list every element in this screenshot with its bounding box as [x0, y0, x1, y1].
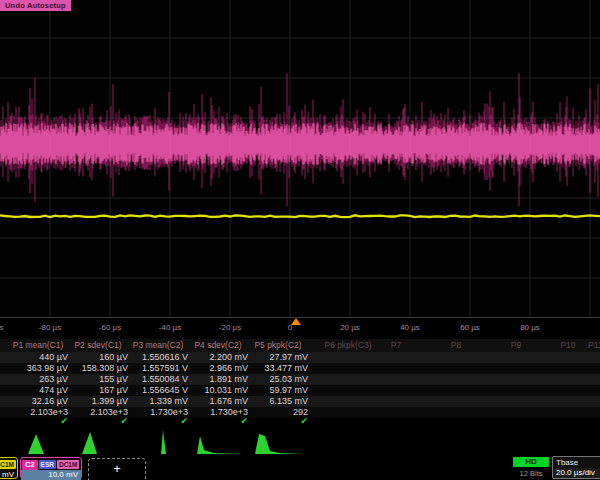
- c2-vertical-scale: 10.0 mV: [21, 470, 81, 480]
- param-value: 158.308 µV: [68, 363, 130, 374]
- time-axis-label: -40 µs: [159, 323, 181, 332]
- channel-descriptor-c1[interactable]: DC1M 10.0 mV: [0, 457, 18, 479]
- table-row: 263 µV155 µV1.550084 V1.891 mV25.03 mV: [0, 374, 600, 385]
- status-row: ✔✔✔✔✔: [0, 418, 600, 428]
- param-header-p3[interactable]: P3 mean(C2): [128, 340, 188, 350]
- param-header-inactive[interactable]: P8: [430, 340, 482, 350]
- add-trace-button[interactable]: +: [88, 458, 146, 480]
- bit-depth-label: 12 Bits: [513, 469, 549, 478]
- undo-autosetup-button[interactable]: Undo Autosetup: [0, 0, 71, 11]
- time-axis-label: -60 µs: [99, 323, 121, 332]
- channel-descriptor-c2[interactable]: C2 ESR DC1M 10.0 mV: [20, 457, 82, 479]
- param-value: 6.135 mV: [248, 396, 310, 407]
- param-value: 440 µV: [8, 352, 70, 363]
- param-value: 59.97 mV: [248, 385, 310, 396]
- waveform-display[interactable]: Undo Autosetup: [0, 0, 600, 318]
- param-value: 10.031 mV: [188, 385, 250, 396]
- param-value: 1.891 mV: [188, 374, 250, 385]
- param-value: 263 µV: [8, 374, 70, 385]
- param-header-inactive[interactable]: P11: [588, 340, 600, 350]
- histicon-p2[interactable]: [68, 428, 124, 457]
- param-value: 1.550084 V: [128, 374, 190, 385]
- param-value: 2.966 mV: [188, 363, 250, 374]
- time-axis-label: -100 µs: [0, 323, 3, 332]
- add-trace-plus-icon: +: [113, 461, 121, 476]
- param-value: 2.200 mV: [188, 352, 250, 363]
- c2-esr-badge: ESR: [39, 460, 56, 469]
- param-header-p5[interactable]: P5 pkpk(C2): [248, 340, 308, 350]
- param-value: 155 µV: [68, 374, 130, 385]
- param-value: 167 µV: [68, 385, 130, 396]
- time-axis-label: 20 µs: [340, 323, 360, 332]
- c1-coupling-badge: DC1M: [0, 460, 16, 469]
- param-value: 25.03 mV: [248, 374, 310, 385]
- time-axis: -100 µs-80 µs-60 µs-40 µs-20 µs020 µs40 …: [0, 318, 600, 338]
- timebase-label: Tbase: [553, 457, 600, 468]
- param-header-inactive[interactable]: P9: [490, 340, 542, 350]
- histicon-p5[interactable]: [248, 428, 304, 457]
- param-value: 1.550616 V: [128, 352, 190, 363]
- param-value: 1.556645 V: [128, 385, 190, 396]
- param-value: 1.399 µV: [68, 396, 130, 407]
- param-header-inactive[interactable]: P10: [542, 340, 594, 350]
- histicon-p3[interactable]: [128, 428, 184, 457]
- status-check-icon: ✔: [248, 416, 318, 426]
- time-axis-label: 40 µs: [400, 323, 420, 332]
- c2-coupling-badge: DC1M: [57, 460, 79, 469]
- param-value: 160 µV: [68, 352, 130, 363]
- param-value: 27.97 mV: [248, 352, 310, 363]
- table-header-row: P1 mean(C1)P2 sdev(C1)P3 mean(C2)P4 sdev…: [0, 339, 600, 352]
- table-row: 440 µV160 µV1.550616 V2.200 mV27.97 mV: [0, 352, 600, 363]
- time-axis-label: -20 µs: [219, 323, 241, 332]
- histicon-p1[interactable]: [8, 428, 64, 457]
- time-axis-label: -80 µs: [39, 323, 61, 332]
- c1-vertical-scale: 10.0 mV: [0, 470, 17, 480]
- param-header-p2[interactable]: P2 sdev(C1): [68, 340, 128, 350]
- param-value: 474 µV: [8, 385, 70, 396]
- measurement-table: P1 mean(C1)P2 sdev(C1)P3 mean(C2)P4 sdev…: [0, 339, 600, 428]
- param-value: 363.98 µV: [8, 363, 70, 374]
- timebase-descriptor[interactable]: Tbase 20.0 µs/div: [552, 456, 600, 479]
- c2-label: C2: [22, 460, 38, 470]
- time-axis-label: 60 µs: [460, 323, 480, 332]
- timebase-scale: 20.0 µs/div: [553, 468, 600, 478]
- table-row: 363.98 µV158.308 µV1.557591 V2.966 mV33.…: [0, 363, 600, 374]
- table-row: 474 µV167 µV1.556645 V10.031 mV59.97 mV: [0, 385, 600, 396]
- param-value: 1.339 mV: [128, 396, 190, 407]
- histicon-p4[interactable]: [188, 428, 244, 457]
- param-value: 1.557591 V: [128, 363, 190, 374]
- param-header-inactive[interactable]: P7: [370, 340, 422, 350]
- oscilloscope-screen: Undo Autosetup -100 µs-80 µs-60 µs-40 µs…: [0, 0, 600, 480]
- trigger-time-marker-icon[interactable]: [291, 318, 301, 325]
- hd-mode-indicator: HD 12 Bits: [513, 456, 549, 478]
- waveform-svg: [0, 0, 600, 318]
- param-header-p4[interactable]: P4 sdev(C2): [188, 340, 248, 350]
- param-value: 32.16 µV: [8, 396, 70, 407]
- table-row: 32.16 µV1.399 µV1.339 mV1.676 mV6.135 mV: [0, 396, 600, 407]
- param-header-p1[interactable]: P1 mean(C1): [8, 340, 68, 350]
- hd-badge: HD: [513, 457, 549, 467]
- time-axis-label: 80 µs: [520, 323, 540, 332]
- histicon-row: [0, 428, 600, 456]
- param-value: 1.676 mV: [188, 396, 250, 407]
- param-value: 33.477 mV: [248, 363, 310, 374]
- descriptor-bar: DC1M 10.0 mV C2 ESR DC1M 10.0 mV + HD 12…: [0, 456, 600, 480]
